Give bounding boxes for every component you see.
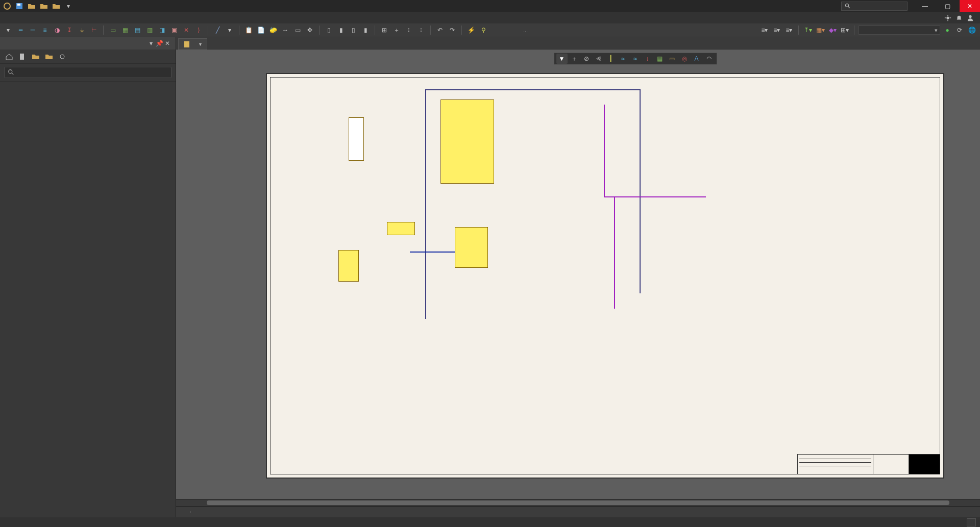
wave1-icon[interactable]: ≈ bbox=[618, 54, 629, 64]
align-icon-4[interactable]: ▮ bbox=[360, 25, 371, 35]
ic-u11a[interactable] bbox=[440, 99, 494, 184]
chart-opt3-icon[interactable]: ◆▾ bbox=[827, 25, 838, 35]
group-icon[interactable]: ▦ bbox=[654, 54, 666, 64]
editor-tab[interactable] bbox=[176, 511, 191, 513]
panel-new-icon[interactable] bbox=[18, 53, 27, 61]
layout-opt2-icon[interactable]: ≡▾ bbox=[772, 25, 782, 35]
horizontal-scrollbar[interactable] bbox=[176, 499, 980, 506]
align-icon-3[interactable]: ▯ bbox=[348, 25, 358, 35]
probe-icon[interactable]: ◎ bbox=[679, 54, 690, 64]
save-icon[interactable] bbox=[15, 2, 23, 10]
close-button[interactable]: ✕ bbox=[960, 0, 980, 12]
align-icon-1[interactable]: ▯ bbox=[324, 25, 334, 35]
global-search[interactable] bbox=[841, 2, 908, 11]
align-left-icon[interactable]: ⫷ bbox=[593, 54, 604, 64]
open-folder2-icon[interactable] bbox=[40, 2, 48, 10]
place-wire-icon[interactable]: ━ bbox=[15, 25, 26, 35]
select-icon[interactable]: ▭ bbox=[292, 25, 303, 35]
document-tab[interactable]: ▾ bbox=[178, 38, 207, 49]
open-folder-icon[interactable] bbox=[28, 2, 36, 10]
menu-design[interactable] bbox=[53, 17, 63, 19]
place-bus-icon[interactable]: ═ bbox=[28, 25, 38, 35]
chart-opt2-icon[interactable]: ▦▾ bbox=[815, 25, 825, 35]
strike-icon[interactable]: ⊘ bbox=[581, 54, 592, 64]
dropdown-icon[interactable]: ▾ bbox=[64, 2, 72, 10]
place-ground-icon[interactable]: ⏚ bbox=[77, 25, 87, 35]
toolbar-overflow[interactable]: ... bbox=[521, 27, 530, 33]
projects-search-input[interactable] bbox=[4, 67, 172, 78]
text-icon[interactable]: A bbox=[691, 54, 702, 64]
menu-help[interactable] bbox=[94, 17, 104, 19]
place-device-icon[interactable]: ▥ bbox=[144, 25, 155, 35]
filter-icon[interactable]: ▼ bbox=[556, 54, 568, 64]
paste-icon[interactable]: 📄 bbox=[256, 25, 266, 35]
panel-close-icon[interactable]: ✕ bbox=[163, 40, 172, 47]
align-vert-icon[interactable]: ┃ bbox=[605, 54, 617, 64]
bell-icon[interactable] bbox=[955, 14, 963, 21]
layout-opt1-icon[interactable]: ≡▾ bbox=[760, 25, 770, 35]
place-port-icon[interactable]: ▭ bbox=[108, 25, 118, 35]
user-icon[interactable] bbox=[967, 14, 974, 21]
plus-icon[interactable]: ＋ bbox=[569, 54, 580, 64]
place-part-icon[interactable]: ◑ bbox=[52, 25, 62, 35]
panel-gear-icon[interactable] bbox=[58, 53, 66, 61]
grid-snap-icon[interactable]: ⊞ bbox=[379, 25, 389, 35]
rubber-icon[interactable]: 🧽 bbox=[268, 25, 278, 35]
menu-window[interactable] bbox=[84, 17, 94, 19]
highlight-icon[interactable]: ⚡ bbox=[466, 25, 476, 35]
maximize-button[interactable]: ▢ bbox=[937, 0, 958, 12]
panels-button[interactable] bbox=[967, 518, 976, 526]
path-display[interactable]: ▾ bbox=[859, 26, 940, 35]
drag-icon[interactable]: ✥ bbox=[305, 25, 315, 35]
projects-tree[interactable] bbox=[0, 82, 176, 517]
undo-icon[interactable]: ↶ bbox=[435, 25, 445, 35]
menu-view[interactable] bbox=[22, 17, 33, 19]
menu-project[interactable] bbox=[33, 17, 43, 19]
draw-dropdown-icon[interactable]: ▾ bbox=[225, 25, 235, 35]
schematic-canvas[interactable] bbox=[184, 58, 980, 499]
draw-line-icon[interactable]: ╱ bbox=[212, 25, 223, 35]
grid-plus-icon[interactable]: ＋ bbox=[391, 25, 402, 35]
redo-icon[interactable]: ↷ bbox=[447, 25, 457, 35]
panel-folder-icon[interactable] bbox=[32, 53, 40, 61]
vcs-globe-icon[interactable]: 🌐 bbox=[967, 25, 977, 35]
menu-reports[interactable] bbox=[74, 17, 84, 19]
menu-place[interactable] bbox=[43, 17, 53, 19]
gear-icon[interactable] bbox=[944, 14, 951, 21]
cross-probe-icon[interactable]: ⚲ bbox=[478, 25, 488, 35]
conn-j11[interactable] bbox=[349, 117, 364, 161]
ic-u11b[interactable] bbox=[455, 227, 488, 268]
chart-opt4-icon[interactable]: ⊞▾ bbox=[840, 25, 850, 35]
port-float-icon[interactable]: ▭ bbox=[667, 54, 678, 64]
panel-pin-icon[interactable]: 📌 bbox=[155, 40, 163, 47]
place-net-icon[interactable]: ⊢ bbox=[89, 25, 99, 35]
arc-icon[interactable]: ◠ bbox=[703, 54, 715, 64]
place-sheet-icon[interactable]: ▦ bbox=[120, 25, 130, 35]
place-harness-icon[interactable]: ▤ bbox=[132, 25, 142, 35]
open-folder3-icon[interactable] bbox=[52, 2, 60, 10]
panel-dropdown-icon[interactable]: ▾ bbox=[147, 40, 155, 47]
vcs-sync-icon[interactable]: ⟳ bbox=[954, 25, 965, 35]
menu-edit[interactable] bbox=[12, 17, 22, 19]
place-power-icon[interactable]: ↧ bbox=[64, 25, 75, 35]
chart-opt1-icon[interactable]: ⤒▾ bbox=[803, 25, 813, 35]
place-entry-icon[interactable]: ◨ bbox=[157, 25, 167, 35]
place-noerc-icon[interactable]: ✕ bbox=[181, 25, 191, 35]
place-direct-icon[interactable]: ⟩ bbox=[193, 25, 204, 35]
clipboard-icon[interactable]: 📋 bbox=[243, 25, 254, 35]
find-sel-icon[interactable]: ⁝ bbox=[404, 25, 414, 35]
align-icon-2[interactable]: ▮ bbox=[336, 25, 346, 35]
layout-opt3-icon[interactable]: ≡▾ bbox=[784, 25, 794, 35]
ic-regulator[interactable] bbox=[338, 250, 359, 282]
document-tab-dropdown-icon[interactable]: ▾ bbox=[199, 41, 202, 47]
place-signal-icon[interactable]: ≡ bbox=[40, 25, 50, 35]
wave2-icon[interactable]: ≈ bbox=[630, 54, 641, 64]
vcs-green-icon[interactable]: ● bbox=[942, 25, 952, 35]
activebar-dropdown-icon[interactable]: ▾ bbox=[3, 25, 13, 35]
menu-file[interactable] bbox=[2, 17, 12, 19]
minimize-button[interactable]: — bbox=[915, 0, 935, 12]
panel-folder2-icon[interactable] bbox=[45, 53, 53, 61]
panel-home-icon[interactable] bbox=[5, 53, 13, 61]
place-nogo-icon[interactable]: ▣ bbox=[169, 25, 179, 35]
move-icon[interactable]: ↔ bbox=[280, 25, 290, 35]
